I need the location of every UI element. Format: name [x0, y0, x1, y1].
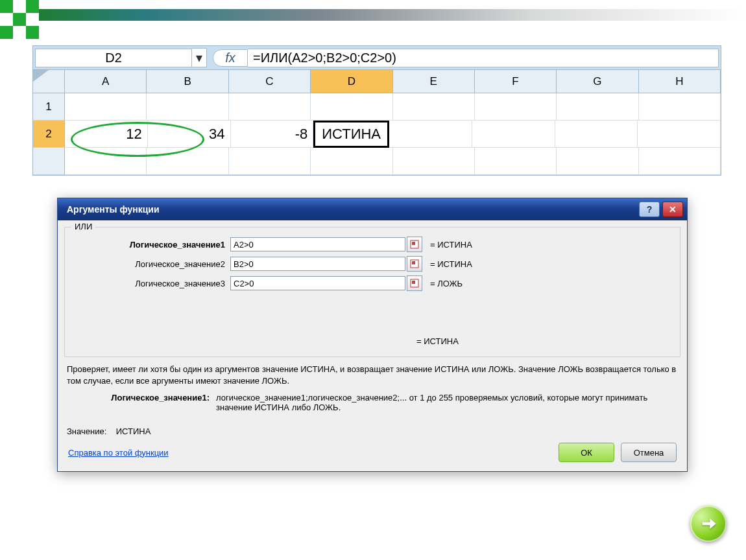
cancel-label: Отмена	[634, 448, 664, 458]
formula-input[interactable]: =ИЛИ(A2>0;B2>0;C2>0)	[248, 49, 719, 67]
range-selector-button[interactable]	[407, 256, 422, 272]
argument-input[interactable]	[230, 257, 405, 271]
result: = ИСТИНА	[416, 336, 672, 346]
cell[interactable]	[639, 93, 721, 121]
svg-rect-1	[412, 242, 415, 245]
range-selector-icon	[410, 240, 419, 249]
range-selector-button[interactable]	[407, 237, 422, 252]
row	[33, 148, 721, 175]
cell-B2[interactable]: 34	[148, 121, 231, 148]
argument-row: Логическое_значение1 = ИСТИНА	[73, 237, 672, 252]
col-header[interactable]: B	[147, 70, 228, 93]
close-icon: ✕	[669, 204, 677, 215]
function-help-link[interactable]: Справка по этой функции	[68, 448, 169, 458]
value-row: Значение: ИСТИНА	[67, 426, 678, 436]
deco-square	[26, 26, 39, 39]
function-description: Проверяет, имеет ли хотя бы один из аргу…	[67, 364, 678, 386]
cell[interactable]	[311, 93, 392, 121]
cell[interactable]	[638, 121, 721, 148]
cell[interactable]	[389, 121, 472, 148]
cell[interactable]	[147, 93, 228, 121]
range-selector-icon	[410, 279, 419, 288]
name-box[interactable]: D2	[35, 49, 192, 67]
row: 1	[33, 93, 721, 121]
cell[interactable]	[311, 148, 392, 175]
hint-text: логическое_значение1;логическое_значение…	[216, 393, 678, 412]
cell[interactable]	[475, 93, 557, 121]
cell-D2[interactable]: ИСТИНА	[313, 121, 389, 148]
cell[interactable]	[147, 148, 228, 175]
svg-rect-5	[412, 281, 415, 284]
deco-square	[0, 0, 13, 13]
grid: 1 2 12 34 -8 ИСТИНА	[33, 93, 721, 175]
argument-label: Логическое_значение3	[73, 279, 230, 288]
deco-square	[26, 0, 39, 13]
cell[interactable]	[555, 121, 638, 148]
name-box-dropdown[interactable]: ▾	[192, 48, 207, 67]
col-header[interactable]: E	[393, 70, 475, 93]
cell[interactable]	[229, 93, 311, 121]
fx-icon: fx	[217, 51, 243, 65]
cell[interactable]	[65, 93, 147, 121]
col-header[interactable]: A	[65, 70, 147, 93]
argument-input[interactable]	[230, 276, 405, 290]
help-button[interactable]: ?	[639, 202, 660, 217]
row-header[interactable]	[33, 148, 65, 175]
deco-square	[0, 26, 13, 39]
value: ИСТИНА	[116, 426, 151, 436]
row-header[interactable]: 1	[33, 93, 65, 121]
dialog-footer: Справка по этой функции ОК Отмена	[58, 440, 687, 471]
argument-eval: = ЛОЖЬ	[430, 279, 463, 288]
argument-eval: = ИСТИНА	[430, 240, 472, 250]
dialog-title: Аргументы функции	[67, 204, 160, 215]
dialog-body: ИЛИ Логическое_значение1 = ИСТИНА Логиче…	[64, 227, 680, 357]
col-header[interactable]: G	[557, 70, 638, 93]
row-header[interactable]: 2	[33, 121, 65, 148]
deco-strip	[39, 9, 746, 21]
arrow-right-icon	[699, 515, 717, 533]
deco-square	[13, 13, 26, 26]
col-header[interactable]: C	[229, 70, 311, 93]
cell-C2[interactable]: -8	[231, 121, 314, 148]
column-headers: A B C D E F G H	[33, 70, 721, 93]
range-selector-button[interactable]	[407, 275, 422, 291]
argument-hint: Логическое_значение1: логическое_значени…	[67, 393, 678, 412]
col-header[interactable]: F	[475, 70, 557, 93]
function-name: ИЛИ	[71, 222, 95, 231]
cell[interactable]	[393, 93, 475, 121]
help-icon: ?	[647, 204, 653, 215]
svg-rect-3	[412, 261, 415, 264]
fx-button[interactable]: fx	[213, 49, 248, 67]
cell-A2[interactable]: 12	[65, 121, 148, 148]
argument-eval: = ИСТИНА	[430, 259, 472, 269]
dialog-titlebar[interactable]: Аргументы функции ? ✕	[58, 198, 687, 220]
close-button[interactable]: ✕	[662, 202, 683, 217]
cell[interactable]	[557, 93, 638, 121]
col-header[interactable]: H	[639, 70, 721, 93]
range-selector-icon	[410, 259, 419, 268]
argument-input[interactable]	[230, 237, 405, 251]
cell[interactable]	[229, 148, 311, 175]
row: 2 12 34 -8 ИСТИНА	[33, 121, 721, 148]
cell[interactable]	[393, 148, 475, 175]
cell[interactable]	[475, 148, 557, 175]
select-all-corner[interactable]	[33, 70, 65, 93]
argument-label: Логическое_значение1	[73, 240, 230, 250]
argument-row: Логическое_значение3 = ЛОЖЬ	[73, 275, 672, 291]
spreadsheet-panel: D2 ▾ fx =ИЛИ(A2>0;B2>0;C2>0) A B C D E F…	[32, 45, 721, 176]
argument-row: Логическое_значение2 = ИСТИНА	[73, 256, 672, 272]
cell[interactable]	[639, 148, 721, 175]
argument-label: Логическое_значение2	[73, 259, 230, 269]
ok-button[interactable]: ОК	[559, 443, 614, 462]
next-slide-button[interactable]	[690, 506, 727, 542]
cell[interactable]	[557, 148, 638, 175]
formula-bar: D2 ▾ fx =ИЛИ(A2>0;B2>0;C2>0)	[33, 46, 721, 70]
cell[interactable]	[472, 121, 555, 148]
ok-label: ОК	[581, 448, 592, 458]
col-header[interactable]: D	[311, 70, 392, 93]
hint-label: Логическое_значение1:	[67, 393, 216, 412]
function-arguments-dialog: Аргументы функции ? ✕ ИЛИ Логическое_зна…	[57, 198, 688, 472]
cell[interactable]	[65, 148, 147, 175]
cancel-button[interactable]: Отмена	[621, 443, 677, 462]
value-label: Значение:	[67, 426, 106, 436]
